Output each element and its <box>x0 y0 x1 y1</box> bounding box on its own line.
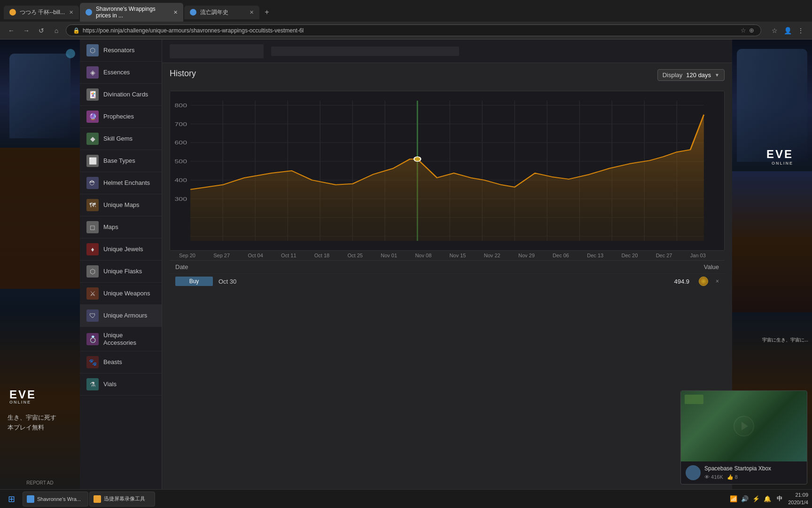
dropdown-arrow-icon: ▼ <box>715 72 719 78</box>
x-label-oct25: Oct 25 <box>348 253 363 258</box>
taskbar-system-icons: 📶 🔊 ⚡ 🔔 <box>730 495 771 502</box>
clock-date: 2020/1/4 <box>788 499 808 506</box>
sidebar-label-unique-maps: Unique Maps <box>103 201 140 209</box>
unique-maps-icon: 🗺 <box>86 199 99 211</box>
language-indicator[interactable]: 中 <box>777 495 782 503</box>
tab-2[interactable]: Shavronne's Wrappings prices in ... ✕ <box>80 3 183 22</box>
x-label-nov01: Nov 01 <box>381 253 397 258</box>
tab-2-close[interactable]: ✕ <box>173 9 178 16</box>
browser-chrome: つつろ 千杯--bill... ✕ Shavronne's Wrappings … <box>0 0 812 40</box>
taskbar-clock: 21:09 2020/1/4 <box>788 492 808 506</box>
data-table-row: Buy Oct 30 494.9 × <box>170 273 725 289</box>
display-select[interactable]: Display 120 days ▼ <box>657 69 725 81</box>
sidebar-item-unique-weapons[interactable]: ⚔ Unique Weapons <box>80 283 162 305</box>
svg-text:700: 700 <box>175 121 187 127</box>
transaction-value: 494.9 <box>674 278 689 285</box>
x-label-jan03: Jan 03 <box>690 253 706 258</box>
sidebar-item-resonators[interactable]: ⬡ Resonators <box>80 40 162 62</box>
svg-text:800: 800 <box>175 103 187 108</box>
volume-icon: 🔊 <box>741 495 749 502</box>
tab-2-icon <box>86 9 92 16</box>
tab-1-close[interactable]: ✕ <box>69 9 73 16</box>
x-axis-labels: Sep 20 Sep 27 Oct 04 Oct 11 Oct 18 Oct 2… <box>170 251 725 260</box>
url-bar[interactable]: 🔒 https://poe.ninja/challenge/unique-arm… <box>66 24 761 36</box>
sidebar-item-maps[interactable]: ◻ Maps <box>80 216 162 238</box>
profile-button[interactable]: 👤 <box>782 25 793 36</box>
home-button[interactable]: ⌂ <box>51 25 62 36</box>
close-data-row-button[interactable]: × <box>716 278 719 285</box>
tab-3-close[interactable]: ✕ <box>250 9 254 16</box>
tab-1-icon <box>9 9 16 16</box>
sidebar-label-maps: Maps <box>103 223 118 231</box>
taskbar-app-1[interactable]: Shavronne's Wra... <box>23 492 88 507</box>
bookmark-button[interactable]: ☆ <box>769 25 780 36</box>
tab-3-icon <box>190 9 196 16</box>
sidebar-item-unique-armours[interactable]: 🛡 Unique Armours <box>80 305 162 327</box>
battery-icon: ⚡ <box>752 495 760 502</box>
x-label-nov22: Nov 22 <box>484 253 500 258</box>
back-button[interactable]: ← <box>6 25 17 36</box>
tab-1-label: つつろ 千杯--bill... <box>20 8 65 16</box>
report-ad-left[interactable]: REPORT AD <box>26 480 53 485</box>
new-tab-button[interactable]: + <box>260 6 273 19</box>
sidebar-item-base-types[interactable]: ⬜ Base Types <box>80 150 162 172</box>
unique-armours-icon: 🛡 <box>86 310 99 322</box>
video-info: Spacebase Startopia Xbox 👁 416K 👍 8 <box>681 461 807 484</box>
refresh-button[interactable]: ↺ <box>36 25 47 36</box>
resonators-icon: ⬡ <box>86 44 99 56</box>
base-types-icon: ⬜ <box>86 155 99 167</box>
sidebar-item-unique-flasks[interactable]: ⬡ Unique Flasks <box>80 261 162 283</box>
forward-button[interactable]: → <box>21 25 32 36</box>
sidebar-item-unique-jewels[interactable]: ♦ Unique Jewels <box>80 238 162 261</box>
prophecies-icon: 🔮 <box>86 111 99 123</box>
sidebar-label-helmet-enchants: Helmet Enchants <box>103 179 150 187</box>
taskbar-app-2-label: 迅捷屏幕录像工具 <box>104 495 145 502</box>
taskbar-app-1-label: Shavronne's Wra... <box>37 496 81 502</box>
right-ad-jp-text: 宇宙に生き、宇宙に... <box>762 337 808 343</box>
video-widget: Spacebase Startopia Xbox 👁 416K 👍 8 <box>680 390 807 484</box>
item-title-placeholder <box>271 47 459 56</box>
sidebar-item-unique-maps[interactable]: 🗺 Unique Maps <box>80 194 162 216</box>
tab-3[interactable]: 流亡調年史 ✕ <box>184 6 259 19</box>
sidebar-label-essences: Essences <box>103 69 130 76</box>
taskbar-app-2-icon <box>94 495 101 503</box>
item-image-placeholder <box>170 44 264 58</box>
sidebar-label-vials: Vials <box>103 381 117 388</box>
tab-bar: つつろ 千杯--bill... ✕ Shavronne's Wrappings … <box>0 0 812 22</box>
tab-2-label: Shavronne's Wrappings prices in ... <box>96 6 170 19</box>
clock-time: 21:09 <box>788 492 808 499</box>
vials-icon: ⚗ <box>86 378 99 390</box>
tab-1[interactable]: つつろ 千杯--bill... ✕ <box>4 6 79 19</box>
date-header: Date <box>175 263 188 270</box>
x-label-nov15: Nov 15 <box>450 253 466 258</box>
sidebar-label-beasts: Beasts <box>103 358 122 366</box>
menu-button[interactable]: ⋮ <box>795 25 806 36</box>
sidebar-label-divination: Divination Cards <box>103 91 148 98</box>
sidebar-label-resonators: Resonators <box>103 47 134 54</box>
display-label: Display <box>663 71 683 79</box>
windows-icon: ⊞ <box>8 494 15 504</box>
x-label-dec13: Dec 13 <box>587 253 603 258</box>
sidebar-item-divination-cards[interactable]: 🃏 Divination Cards <box>80 84 162 106</box>
x-label-dec27: Dec 27 <box>656 253 672 258</box>
unique-jewels-icon: ♦ <box>86 243 99 255</box>
sidebar-item-vials[interactable]: ⚗ Vials <box>80 373 162 396</box>
sidebar-label-prophecies: Prophecies <box>103 113 134 120</box>
sidebar-item-skill-gems[interactable]: ◆ Skill Gems <box>80 128 162 150</box>
sidebar-item-helmet-enchants[interactable]: ⛑ Helmet Enchants <box>80 172 162 194</box>
video-thumbnail[interactable] <box>681 391 807 461</box>
chaos-orb-icon <box>699 277 708 286</box>
sidebar-label-unique-armours: Unique Armours <box>103 312 147 319</box>
like-count: 👍 8 <box>727 474 738 480</box>
url-bar-icons: ☆⊕ <box>741 27 754 34</box>
taskbar-app-2[interactable]: 迅捷屏幕录像工具 <box>89 492 155 507</box>
sidebar-item-unique-accessories[interactable]: 💍 Unique Accessories <box>80 327 162 351</box>
history-title: History <box>170 69 196 79</box>
maps-icon: ◻ <box>86 221 99 233</box>
sidebar-label-base-types: Base Types <box>103 157 135 165</box>
sidebar-item-essences[interactable]: ◈ Essences <box>80 62 162 84</box>
sidebar-item-prophecies[interactable]: 🔮 Prophecies <box>80 106 162 128</box>
start-button[interactable]: ⊞ <box>4 492 19 507</box>
sidebar-item-beasts[interactable]: 🐾 Beasts <box>80 351 162 373</box>
display-controls: Display 120 days ▼ <box>657 69 725 81</box>
